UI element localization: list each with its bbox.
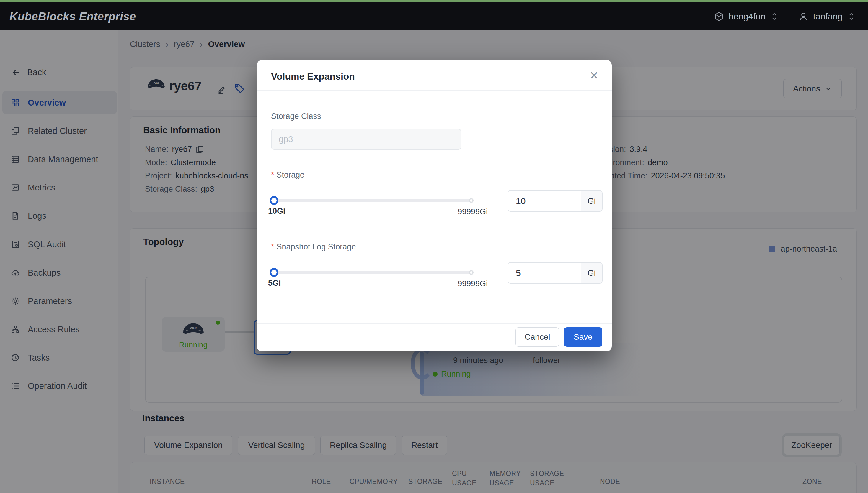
topbar-right: heng4fun taofang: [704, 2, 855, 30]
snapshot-slider-handle[interactable]: [269, 268, 278, 277]
modal-footer-divider: [257, 323, 612, 324]
storage-max-label: 99999Gi: [458, 207, 488, 216]
chevron-updown-icon: [847, 12, 855, 22]
cancel-button[interactable]: Cancel: [516, 327, 559, 347]
modal-header-divider: [257, 90, 612, 90]
org-name: heng4fun: [729, 12, 766, 22]
required-asterisk: *: [271, 170, 274, 179]
snapshot-storage-label: *Snapshot Log Storage: [271, 242, 356, 252]
app-root: KubeBlocks Enterprise heng4fun: [0, 0, 868, 493]
storage-slider[interactable]: [274, 199, 471, 202]
snapshot-slider[interactable]: [274, 271, 471, 274]
topbar-divider: [788, 10, 788, 23]
browser-accent-strip: [0, 0, 868, 2]
snapshot-unit-addon: Gi: [581, 263, 602, 283]
snapshot-value-input[interactable]: [508, 263, 581, 283]
close-icon[interactable]: ✕: [589, 70, 599, 81]
storage-unit-addon: Gi: [581, 191, 602, 211]
slider-end-dot: [469, 270, 473, 275]
save-label: Save: [574, 332, 592, 342]
user-name: taofang: [813, 12, 843, 22]
storage-slider-handle[interactable]: [269, 196, 278, 205]
top-navbar: KubeBlocks Enterprise heng4fun: [0, 2, 868, 30]
cube-icon: [714, 12, 724, 22]
cancel-label: Cancel: [524, 332, 550, 342]
user-menu[interactable]: taofang: [798, 12, 855, 22]
modal-title: Volume Expansion: [271, 71, 355, 82]
user-icon: [798, 12, 808, 22]
org-switcher[interactable]: heng4fun: [714, 12, 778, 22]
storage-label: *Storage: [271, 170, 304, 179]
volume-expansion-modal: Volume Expansion ✕ Storage Class *Storag…: [257, 60, 612, 351]
storage-input-group: Gi: [507, 190, 603, 212]
snapshot-max-label: 99999Gi: [458, 279, 488, 288]
required-asterisk: *: [271, 242, 274, 251]
storage-min-label: 10Gi: [268, 207, 285, 216]
brand-logo: KubeBlocks Enterprise: [9, 10, 136, 23]
topbar-divider: [704, 10, 704, 23]
storage-class-label: Storage Class: [271, 112, 321, 121]
snapshot-min-label: 5Gi: [268, 279, 281, 288]
storage-value-input[interactable]: [508, 191, 581, 211]
chevron-updown-icon: [770, 12, 778, 22]
save-button[interactable]: Save: [564, 327, 602, 347]
snapshot-input-group: Gi: [507, 262, 603, 284]
storage-class-input[interactable]: [271, 129, 462, 150]
slider-end-dot: [469, 198, 473, 203]
